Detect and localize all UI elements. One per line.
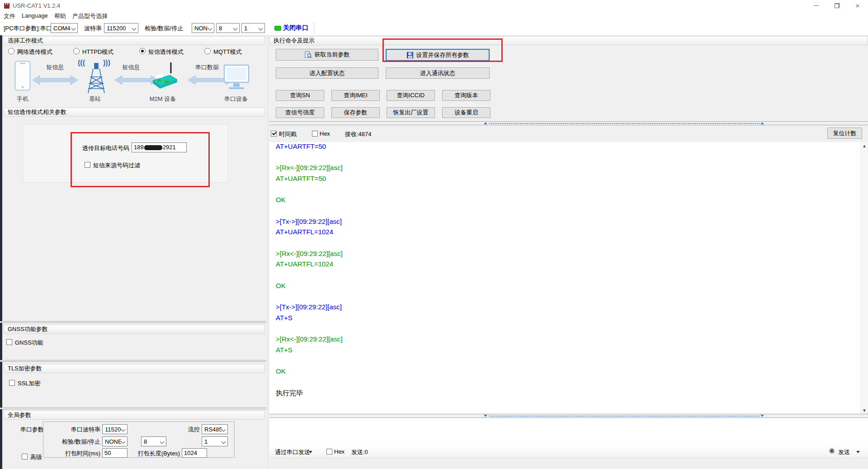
log-line: AT+UARTFT=50 bbox=[276, 173, 343, 184]
log-line bbox=[276, 270, 343, 280]
query-version-button[interactable]: 查询版本 bbox=[442, 90, 491, 101]
radio-mqtt-mode-label[interactable]: MQTT模式 bbox=[213, 48, 242, 56]
gnss-enable-label[interactable]: GNSS功能 bbox=[15, 339, 43, 347]
ssl-checkbox[interactable] bbox=[9, 380, 15, 386]
phone-icon bbox=[14, 61, 31, 91]
stopbits-select[interactable]: 1 bbox=[241, 23, 265, 33]
advanced-label[interactable]: 高级 bbox=[30, 453, 42, 461]
g-parity-select[interactable]: NONE bbox=[102, 436, 127, 446]
collapse-down-icon[interactable] bbox=[760, 415, 764, 417]
scroll-up-icon[interactable]: ▲ bbox=[861, 142, 868, 149]
radio-httpd-mode[interactable] bbox=[73, 48, 80, 54]
doc-magnifier-icon bbox=[305, 51, 312, 58]
menu-language[interactable]: Language bbox=[22, 12, 48, 19]
reboot-button[interactable]: 设备重启 bbox=[442, 107, 491, 118]
panel-divider bbox=[268, 35, 268, 469]
radio-net-mode-label[interactable]: 网络透传模式 bbox=[17, 48, 52, 56]
collapse-up-icon[interactable] bbox=[760, 122, 764, 124]
radio-mqtt-mode[interactable] bbox=[204, 48, 211, 54]
log-hex-label[interactable]: Hex bbox=[320, 130, 330, 137]
query-imei-button[interactable]: 查询IMEI bbox=[331, 90, 380, 101]
restore-icon[interactable] bbox=[826, 0, 847, 11]
g-baud-select[interactable]: 115200 bbox=[102, 424, 127, 434]
query-signal-button[interactable]: 查信号强度 bbox=[276, 107, 324, 118]
frame-label: 检验/数据/停止 bbox=[145, 24, 183, 33]
radio-httpd-mode-label[interactable]: HTTPD模式 bbox=[82, 48, 113, 56]
phone-number-input[interactable]: 1892921 bbox=[132, 142, 187, 152]
g-stopbits-select[interactable]: 1 bbox=[202, 436, 228, 446]
enter-comm-button[interactable]: 进入通讯状态 bbox=[386, 67, 490, 79]
scroll-down-icon[interactable]: ▼ bbox=[861, 407, 868, 414]
log-hex-checkbox[interactable] bbox=[312, 131, 318, 137]
log-line bbox=[276, 205, 343, 216]
flow-select[interactable]: RS485 bbox=[202, 424, 228, 434]
send-input-area[interactable] bbox=[269, 418, 868, 445]
enter-config-button[interactable]: 进入配置状态 bbox=[276, 67, 378, 79]
m2m-device-icon bbox=[149, 62, 179, 93]
log-scrollbar[interactable]: ▲ ▼ bbox=[861, 142, 868, 414]
tls-header: TLS加密参数 bbox=[4, 364, 265, 373]
close-icon[interactable]: × bbox=[847, 0, 868, 11]
baud-select[interactable]: 115200 bbox=[104, 23, 138, 33]
factory-reset-button[interactable]: 恢复出厂设置 bbox=[387, 107, 435, 118]
menu-model-select[interactable]: 产品型号选择 bbox=[72, 12, 108, 20]
log-line bbox=[276, 323, 343, 334]
send-button[interactable]: 发送 bbox=[838, 448, 850, 456]
send-via-serial-dropdown[interactable]: 通过串口发送 bbox=[275, 448, 310, 456]
packtime-input[interactable]: 50 bbox=[102, 448, 127, 458]
menu-file[interactable]: 文件 bbox=[4, 12, 15, 20]
minimize-icon[interactable] bbox=[806, 0, 826, 11]
log-line: OK bbox=[276, 366, 343, 377]
sms-params-header: 短信透传模式相关参数 bbox=[4, 108, 265, 117]
g-databits-select[interactable]: 8 bbox=[141, 436, 166, 446]
mode-diagram: ((( ))) 短信息 短信息 串口数据 手机 基站 M2M 设备 bbox=[4, 57, 265, 106]
arrow-icon bbox=[33, 75, 78, 85]
send-hex-checkbox[interactable] bbox=[326, 449, 332, 455]
sms-source-filter-checkbox[interactable] bbox=[85, 162, 90, 168]
timestamp-label[interactable]: 时间戳 bbox=[279, 130, 297, 138]
splitter[interactable] bbox=[0, 321, 266, 323]
chevron-down-icon[interactable] bbox=[309, 451, 312, 453]
speaker-icon bbox=[829, 447, 836, 455]
svg-text:))): ))) bbox=[103, 59, 110, 66]
send-splitter[interactable] bbox=[269, 414, 868, 418]
com-port-select[interactable]: COM4 bbox=[51, 23, 78, 33]
timestamp-checkbox[interactable] bbox=[271, 131, 277, 137]
get-params-button[interactable]: 获取当前参数 bbox=[276, 49, 378, 61]
reset-count-button[interactable]: 复位计数 bbox=[827, 128, 862, 139]
advanced-checkbox[interactable] bbox=[22, 454, 28, 460]
parity-select[interactable]: NONI bbox=[192, 23, 214, 33]
chevron-down-icon bbox=[71, 26, 76, 31]
gnss-enable-checkbox[interactable] bbox=[6, 339, 12, 345]
flow-label: 流控 bbox=[180, 426, 200, 434]
query-iccid-button[interactable]: 查询ICCID bbox=[387, 90, 435, 101]
splitter[interactable] bbox=[0, 407, 266, 409]
link-label-sms-1: 短信息 bbox=[47, 63, 64, 71]
sms-source-filter-label[interactable]: 短信来源号码过滤 bbox=[93, 161, 140, 170]
chevron-down-icon bbox=[208, 26, 212, 31]
splitter[interactable] bbox=[0, 360, 266, 362]
radio-net-mode[interactable] bbox=[8, 48, 14, 54]
chevron-down-icon bbox=[222, 440, 226, 444]
log-line bbox=[276, 355, 343, 366]
collapse-down-icon[interactable] bbox=[484, 415, 487, 417]
set-save-params-button[interactable]: 设置并保存所有参数 bbox=[386, 49, 490, 61]
chevron-down-icon[interactable] bbox=[856, 451, 860, 453]
menu-help[interactable]: 帮助 bbox=[54, 12, 66, 20]
log-splitter[interactable] bbox=[269, 121, 868, 125]
databits-select[interactable]: 8 bbox=[216, 23, 240, 33]
send-hex-label[interactable]: Hex bbox=[334, 448, 344, 455]
left-edge-strip bbox=[0, 35, 2, 469]
phone-suffix: 2921 bbox=[163, 144, 176, 151]
query-sn-button[interactable]: 查询SN bbox=[276, 90, 324, 101]
collapse-up-icon[interactable] bbox=[484, 122, 487, 124]
g-baud-label: 串口波特率 bbox=[45, 426, 100, 434]
log-output[interactable]: >[Tx->][09:29:22][asc]AT+UARTFT=50 >[Rx<… bbox=[269, 142, 860, 414]
close-port-button[interactable]: 关闭串口 bbox=[283, 24, 308, 32]
ssl-label[interactable]: SSL加密 bbox=[18, 379, 41, 388]
log-line: OK bbox=[276, 194, 343, 205]
packlen-input[interactable]: 1024 bbox=[182, 448, 207, 458]
radio-sms-mode-label[interactable]: 短信透传模式 bbox=[148, 48, 184, 56]
radio-sms-mode[interactable] bbox=[139, 48, 146, 54]
save-params-button[interactable]: 保存参数 bbox=[331, 107, 380, 118]
